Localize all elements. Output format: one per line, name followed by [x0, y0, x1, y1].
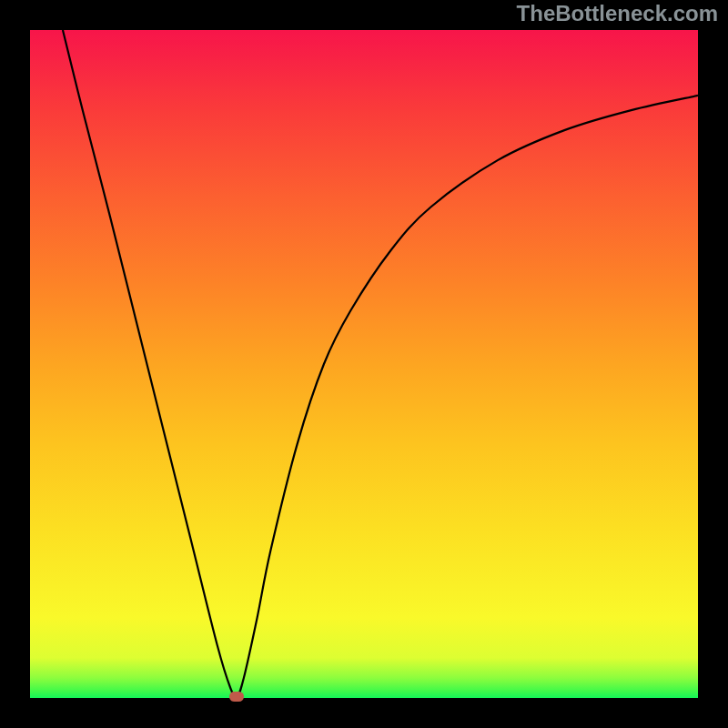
bottleneck-curve: [30, 30, 698, 698]
curve-path: [63, 30, 698, 697]
watermark-label: TheBottleneck.com: [517, 1, 718, 26]
minimum-marker: [229, 692, 244, 702]
chart-frame: TheBottleneck.com: [0, 0, 728, 728]
plot-area: [30, 30, 698, 698]
